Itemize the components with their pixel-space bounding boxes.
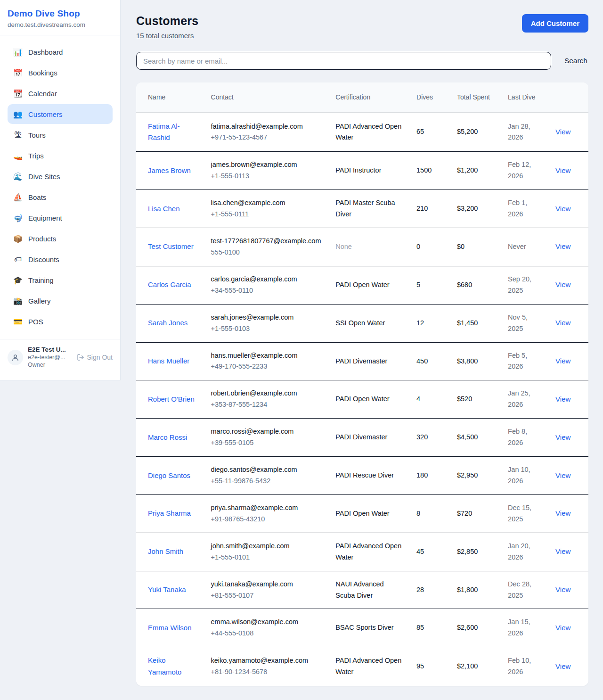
sidebar-item-bookings[interactable]: 📅Bookings bbox=[8, 63, 113, 82]
customer-name-link[interactable]: Priya Sharma bbox=[148, 509, 191, 517]
sidebar-item-label: Products bbox=[28, 235, 56, 243]
customer-phone: +353-87-555-1234 bbox=[211, 399, 324, 411]
sidebar-item-label: Dashboard bbox=[28, 48, 63, 56]
view-link[interactable]: View bbox=[555, 433, 570, 441]
customer-name-link[interactable]: John Smith bbox=[148, 547, 183, 555]
sidebar-item-label: Bookings bbox=[28, 69, 57, 77]
customer-name-link[interactable]: Fatima Al-Rashid bbox=[148, 122, 180, 142]
table-row: Keiko Yamamotokeiko.yamamoto@example.com… bbox=[136, 647, 588, 686]
customer-email: marco.rossi@example.com bbox=[211, 426, 324, 437]
sidebar-item-pos[interactable]: 💳POS bbox=[8, 312, 113, 331]
customer-dives: 8 bbox=[411, 494, 451, 533]
sidebar-item-label: POS bbox=[28, 318, 43, 326]
column-header: Total Spent bbox=[451, 82, 502, 113]
add-customer-button[interactable]: Add Customer bbox=[522, 14, 588, 33]
sidebar-item-products[interactable]: 📦Products bbox=[8, 229, 113, 248]
customer-name-link[interactable]: Lisa Chen bbox=[148, 205, 180, 213]
customer-certification: PADI Advanced Open Water bbox=[335, 123, 401, 141]
trips-icon: 🚤 bbox=[13, 151, 23, 160]
customer-email: yuki.tanaka@example.com bbox=[211, 579, 324, 590]
customer-phone: 555-0100 bbox=[211, 247, 324, 258]
sidebar-item-tours[interactable]: 🏝Tours bbox=[8, 125, 113, 145]
sidebar-item-dashboard[interactable]: 📊Dashboard bbox=[8, 42, 113, 62]
customer-phone: +1-555-0103 bbox=[211, 323, 324, 335]
sidebar-item-training[interactable]: 🎓Training bbox=[8, 270, 113, 290]
customer-last-dive: Never bbox=[502, 228, 550, 266]
view-link[interactable]: View bbox=[555, 395, 570, 403]
customer-dives: 65 bbox=[411, 113, 451, 152]
view-link[interactable]: View bbox=[555, 509, 570, 517]
customer-name-link[interactable]: Sarah Jones bbox=[148, 319, 187, 327]
bookings-icon: 📅 bbox=[13, 68, 23, 77]
table-row: Test Customertest-1772681807767@example.… bbox=[136, 228, 588, 266]
view-link[interactable]: View bbox=[555, 357, 570, 365]
table-row: John Smithjohn.smith@example.com+1-555-0… bbox=[136, 533, 588, 571]
customer-email: james.brown@example.com bbox=[211, 159, 324, 171]
customer-last-dive: Jan 20, 2026 bbox=[502, 533, 550, 571]
view-link[interactable]: View bbox=[555, 624, 570, 632]
view-link[interactable]: View bbox=[555, 242, 570, 250]
customer-dives: 95 bbox=[411, 647, 451, 686]
view-link[interactable]: View bbox=[555, 205, 570, 213]
customer-name-link[interactable]: Diego Santos bbox=[148, 471, 190, 479]
customer-total-spent: $2,850 bbox=[451, 533, 502, 571]
view-link[interactable]: View bbox=[555, 547, 570, 555]
customer-certification: NAUI Advanced Scuba Diver bbox=[335, 580, 383, 599]
customer-certification: PADI Open Water bbox=[335, 281, 389, 288]
sidebar-item-customers[interactable]: 👥Customers bbox=[8, 104, 113, 124]
customer-total-spent: $0 bbox=[451, 228, 502, 266]
customer-email: sarah.jones@example.com bbox=[211, 312, 324, 323]
view-link[interactable]: View bbox=[555, 471, 570, 479]
customers-table-card: NameContactCertificationDivesTotal Spent… bbox=[136, 82, 588, 686]
sidebar-item-discounts[interactable]: 🏷Discounts bbox=[8, 249, 113, 269]
customer-dives: 5 bbox=[411, 266, 451, 304]
sign-out-button[interactable]: Sign Out bbox=[77, 354, 113, 361]
brand-title: Demo Dive Shop bbox=[8, 8, 113, 19]
sidebar-item-gallery[interactable]: 📸Gallery bbox=[8, 291, 113, 311]
view-link[interactable]: View bbox=[555, 166, 570, 174]
customer-name-link[interactable]: James Brown bbox=[148, 166, 191, 174]
customer-name-link[interactable]: Test Customer bbox=[148, 242, 194, 250]
customer-name-link[interactable]: Emma Wilson bbox=[148, 624, 192, 632]
view-link[interactable]: View bbox=[555, 319, 570, 327]
customer-name-link[interactable]: Hans Mueller bbox=[148, 357, 189, 365]
sidebar-nav: 📊Dashboard📅Bookings📆Calendar👥Customers🏝T… bbox=[0, 35, 120, 336]
customer-total-spent: $1,800 bbox=[451, 571, 502, 609]
column-header: Last Dive bbox=[502, 82, 550, 113]
table-row: Hans Muellerhans.mueller@example.com+49-… bbox=[136, 342, 588, 380]
customer-email: carlos.garcia@example.com bbox=[211, 274, 324, 285]
table-row: Priya Sharmapriya.sharma@example.com+91-… bbox=[136, 494, 588, 533]
column-header: Name bbox=[136, 82, 205, 113]
customer-phone: +971-55-123-4567 bbox=[211, 132, 324, 143]
search-input[interactable] bbox=[136, 52, 551, 70]
customer-email: diego.santos@example.com bbox=[211, 464, 324, 476]
customer-name-link[interactable]: Yuki Tanaka bbox=[148, 585, 186, 593]
view-link[interactable]: View bbox=[555, 128, 570, 136]
customer-name-link[interactable]: Robert O'Brien bbox=[148, 395, 195, 403]
table-row: Sarah Jonessarah.jones@example.com+1-555… bbox=[136, 304, 588, 342]
customer-phone: +81-555-0107 bbox=[211, 590, 324, 601]
customer-name-link[interactable]: Carlos Garcia bbox=[148, 280, 191, 288]
customer-last-dive: Jan 25, 2026 bbox=[502, 380, 550, 419]
sidebar-item-boats[interactable]: ⛵Boats bbox=[8, 187, 113, 207]
customer-total-spent: $2,100 bbox=[451, 647, 502, 686]
view-link[interactable]: View bbox=[555, 662, 570, 670]
sign-out-label: Sign Out bbox=[87, 354, 113, 361]
view-link[interactable]: View bbox=[555, 280, 570, 288]
sidebar-item-calendar[interactable]: 📆Calendar bbox=[8, 83, 113, 103]
view-link[interactable]: View bbox=[555, 585, 570, 593]
customer-dives: 85 bbox=[411, 609, 451, 647]
customer-dives: 320 bbox=[411, 419, 451, 457]
discounts-icon: 🏷 bbox=[13, 255, 23, 264]
search-button[interactable]: Search bbox=[563, 55, 588, 67]
customer-name-link[interactable]: Marco Rossi bbox=[148, 433, 187, 441]
customer-name-link[interactable]: Keiko Yamamoto bbox=[148, 656, 181, 676]
customer-total-spent: $2,600 bbox=[451, 609, 502, 647]
customer-last-dive: Sep 20, 2025 bbox=[502, 266, 550, 304]
sidebar-item-trips[interactable]: 🚤Trips bbox=[8, 146, 113, 165]
sidebar-item-label: Discounts bbox=[28, 255, 59, 264]
sidebar-item-dive-sites[interactable]: 🌊Dive Sites bbox=[8, 166, 113, 186]
user-meta: E2E Test U... e2e-tester@... Owner bbox=[28, 346, 72, 369]
sidebar-item-equipment[interactable]: 🤿Equipment bbox=[8, 208, 113, 228]
customer-dives: 1500 bbox=[411, 152, 451, 190]
